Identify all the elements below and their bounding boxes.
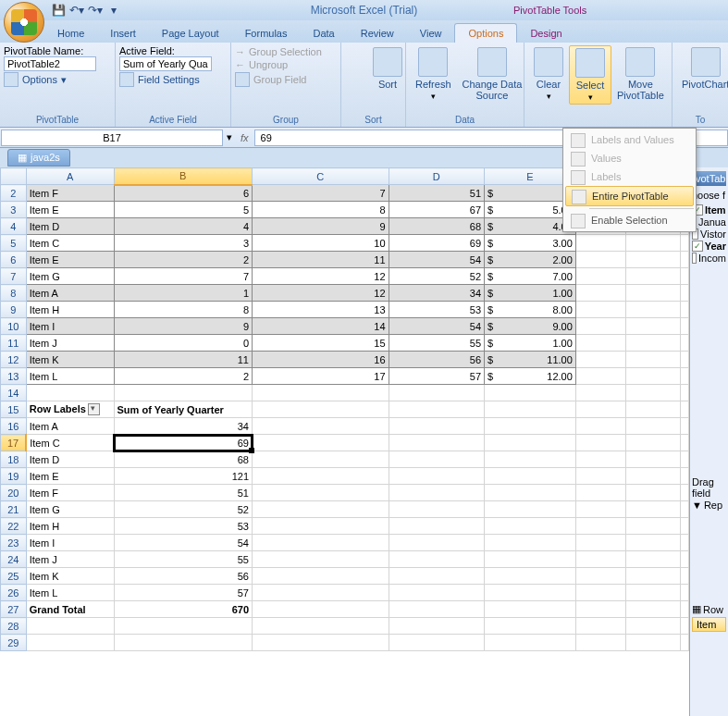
cell[interactable] xyxy=(253,618,389,635)
cell-F10[interactable] xyxy=(575,318,625,335)
row-header-17[interactable]: 17 xyxy=(1,435,27,451)
cell-H8[interactable] xyxy=(681,285,689,302)
cell-C16[interactable] xyxy=(253,418,389,435)
workbook-tab[interactable]: ▦java2s xyxy=(7,149,70,167)
cell-B12[interactable]: 11 xyxy=(114,352,252,368)
cell[interactable] xyxy=(575,385,625,401)
cell-H22[interactable] xyxy=(681,518,689,535)
cell-E8[interactable]: $1.00 xyxy=(485,285,576,302)
cell-E5[interactable]: $3.00 xyxy=(485,235,576,252)
menu-values[interactable]: Values xyxy=(565,149,694,167)
cell[interactable] xyxy=(253,401,389,418)
row-header-8[interactable]: 8 xyxy=(1,285,27,302)
cell-G7[interactable] xyxy=(625,268,680,285)
cell-C6[interactable]: 11 xyxy=(253,252,389,268)
row-header-22[interactable]: 22 xyxy=(1,518,27,535)
cell-B5[interactable]: 3 xyxy=(114,235,252,252)
cell-G6[interactable] xyxy=(625,252,680,268)
cell-E26[interactable] xyxy=(485,585,576,601)
cell-B4[interactable]: 4 xyxy=(114,218,252,235)
name-box[interactable]: B17 xyxy=(1,130,223,146)
clear-button[interactable]: Clear▾ xyxy=(528,45,569,105)
tab-design[interactable]: Design xyxy=(517,24,574,43)
cell-H11[interactable] xyxy=(681,335,689,352)
cell-A7[interactable]: Item G xyxy=(26,268,114,285)
cell[interactable] xyxy=(625,385,680,401)
cell-E6[interactable]: $2.00 xyxy=(485,252,576,268)
cell[interactable] xyxy=(575,401,625,418)
column-header-C[interactable]: C xyxy=(253,168,389,185)
cell[interactable] xyxy=(485,601,576,618)
cell-F8[interactable] xyxy=(575,285,625,302)
row-header-27[interactable]: 27 xyxy=(1,601,27,618)
cell-C13[interactable]: 17 xyxy=(253,368,389,385)
cell-F26[interactable] xyxy=(575,585,625,601)
cell-C19[interactable] xyxy=(253,468,389,485)
cell-A23[interactable]: Item I xyxy=(26,535,114,551)
cell-F16[interactable] xyxy=(575,418,625,435)
cell-G19[interactable] xyxy=(625,468,680,485)
row-header-4[interactable]: 4 xyxy=(1,218,27,235)
cell-F7[interactable] xyxy=(575,268,625,285)
cell-E23[interactable] xyxy=(485,535,576,551)
cell-C23[interactable] xyxy=(253,535,389,551)
cell-H12[interactable] xyxy=(681,352,689,368)
cell[interactable] xyxy=(26,635,114,651)
cell-H6[interactable] xyxy=(681,252,689,268)
cell[interactable] xyxy=(681,601,689,618)
row-header-24[interactable]: 24 xyxy=(1,551,27,568)
menu-entire-pivottable[interactable]: Entire PivotTable xyxy=(565,186,694,206)
row-header-12[interactable]: 12 xyxy=(1,352,27,368)
cell[interactable]: Row Labels xyxy=(26,401,114,418)
row-header-19[interactable]: 19 xyxy=(1,468,27,485)
cell-C22[interactable] xyxy=(253,518,389,535)
cell-B8[interactable]: 1 xyxy=(114,285,252,302)
cell-A18[interactable]: Item D xyxy=(26,451,114,468)
cell[interactable] xyxy=(389,401,484,418)
cell-F11[interactable] xyxy=(575,335,625,352)
undo-icon[interactable]: ↶▾ xyxy=(68,2,85,19)
cell-E21[interactable] xyxy=(485,501,576,518)
cell[interactable] xyxy=(485,635,576,651)
row-header-5[interactable]: 5 xyxy=(1,235,27,252)
cell-C26[interactable] xyxy=(253,585,389,601)
column-header-D[interactable]: D xyxy=(389,168,484,185)
cell-C24[interactable] xyxy=(253,551,389,568)
cell[interactable] xyxy=(26,385,114,401)
checkbox-icon[interactable] xyxy=(692,253,697,264)
cell-A22[interactable]: Item H xyxy=(26,518,114,535)
cell[interactable]: 670 xyxy=(114,601,252,618)
cell-E22[interactable] xyxy=(485,518,576,535)
cell-B20[interactable]: 51 xyxy=(114,485,252,501)
menu-labels-values[interactable]: Labels and Values xyxy=(565,130,694,149)
cell-H16[interactable] xyxy=(681,418,689,435)
cell-H9[interactable] xyxy=(681,302,689,318)
cell-G21[interactable] xyxy=(625,501,680,518)
cell-F19[interactable] xyxy=(575,468,625,485)
cell-D22[interactable] xyxy=(389,518,484,535)
cell[interactable] xyxy=(575,618,625,635)
ungroup-button[interactable]: ←Ungroup xyxy=(235,58,337,71)
cell-F24[interactable] xyxy=(575,551,625,568)
options-button[interactable]: Options ▾ xyxy=(4,71,111,88)
group-selection-button[interactable]: →Group Selection xyxy=(235,45,337,58)
row-header-6[interactable]: 6 xyxy=(1,252,27,268)
report-filter-area[interactable]: ▼ Rep xyxy=(692,500,726,511)
cell-E18[interactable] xyxy=(485,451,576,468)
tab-page-layout[interactable]: Page Layout xyxy=(149,24,232,43)
cell-D13[interactable]: 57 xyxy=(389,368,484,385)
row-header-7[interactable]: 7 xyxy=(1,268,27,285)
cell-F23[interactable] xyxy=(575,535,625,551)
change-data-source-button[interactable]: Change Data Source xyxy=(457,45,528,103)
cell-C25[interactable] xyxy=(253,568,389,585)
tab-review[interactable]: Review xyxy=(348,24,407,43)
cell-D8[interactable]: 34 xyxy=(389,285,484,302)
cell-H24[interactable] xyxy=(681,551,689,568)
field-item[interactable]: Item xyxy=(692,204,726,216)
cell-C3[interactable]: 8 xyxy=(253,202,389,218)
office-button[interactable] xyxy=(4,2,44,43)
cell-C11[interactable]: 15 xyxy=(253,335,389,352)
field-janua[interactable]: Janua xyxy=(692,216,726,228)
cell-D2[interactable]: 51 xyxy=(389,185,484,202)
cell-A3[interactable]: Item E xyxy=(26,202,114,218)
